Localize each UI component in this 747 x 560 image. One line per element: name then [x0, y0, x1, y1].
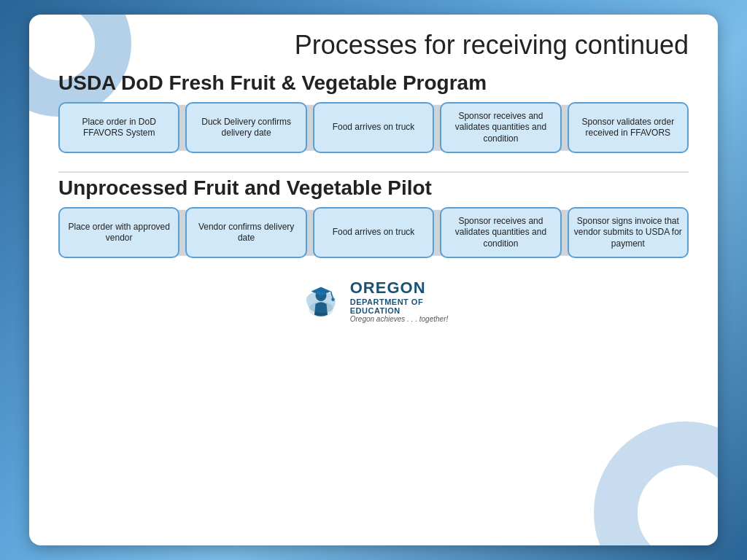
section-title-usda: USDA DoD Fresh Fruit & Vegetable Program: [58, 71, 689, 95]
logo-dept-text: DEPARTMENT OFEDUCATION: [350, 298, 423, 315]
footer-logo: OREGON DEPARTMENT OFEDUCATION Oregon ach…: [58, 273, 689, 327]
usda-step-1: Place order in DoD FFAVORS System: [58, 102, 179, 153]
oregon-logo-svg: [299, 279, 343, 323]
flow-wrapper-unprocessed: Place order with approved vendor Vendor …: [58, 207, 689, 258]
slide-content: Processes for receiving continued USDA D…: [29, 15, 718, 545]
logo-text-block: OREGON DEPARTMENT OFEDUCATION Oregon ach…: [350, 279, 449, 323]
unfv-step-4: Sponsor receives and validates quantitie…: [440, 207, 561, 258]
unfv-step-2: Vendor confirms delivery date: [185, 207, 306, 258]
unfv-step-5: Sponsor signs invoice that vendor submit…: [568, 207, 689, 258]
usda-step-4: Sponsor receives and validates quantitie…: [440, 102, 561, 153]
unfv-step-1: Place order with approved vendor: [58, 207, 179, 258]
flow-row-unprocessed: Place order with approved vendor Vendor …: [58, 207, 689, 258]
usda-step-5: Sponsor validates order received in FFAV…: [568, 102, 689, 153]
usda-step-3: Food arrives on truck: [313, 102, 434, 153]
slide-container: Processes for receiving continued USDA D…: [29, 15, 718, 545]
flow-row-usda: Place order in DoD FFAVORS System Duck D…: [58, 102, 689, 153]
section-unprocessed: Unprocessed Fruit and Vegetable Pilot Pl…: [58, 176, 689, 273]
usda-step-2: Duck Delivery confirms delivery date: [185, 102, 306, 153]
slide-title: Processes for receiving continued: [58, 29, 689, 61]
section-divider: [58, 171, 689, 173]
logo-tagline-text: Oregon achieves . . . together!: [350, 315, 449, 323]
section-title-unprocessed: Unprocessed Fruit and Vegetable Pilot: [58, 176, 689, 200]
unfv-step-3: Food arrives on truck: [313, 207, 434, 258]
section-usda-dod: USDA DoD Fresh Fruit & Vegetable Program…: [58, 71, 689, 168]
flow-wrapper-usda: Place order in DoD FFAVORS System Duck D…: [58, 102, 689, 153]
logo-oregon-text: OREGON: [350, 279, 426, 298]
